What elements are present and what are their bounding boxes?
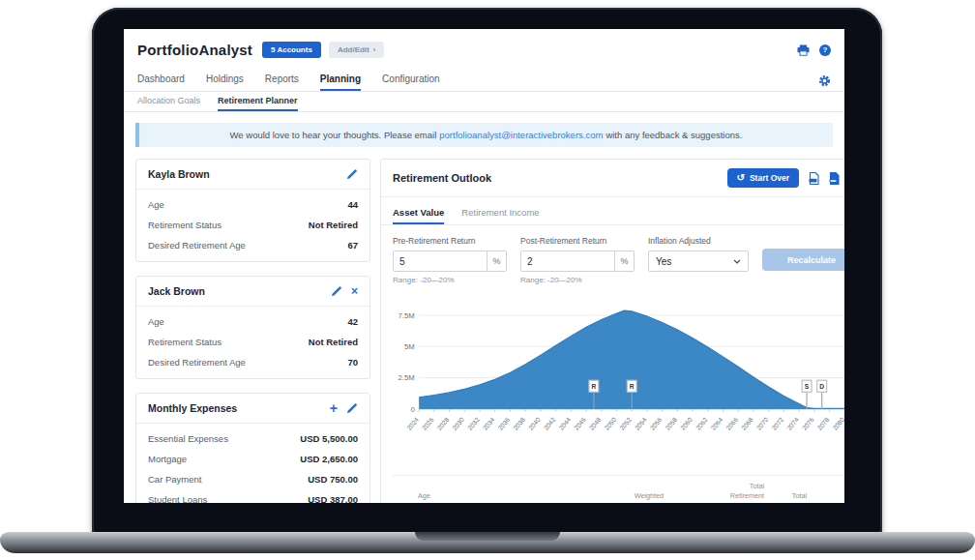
- svg-text:2070: 2070: [755, 416, 770, 431]
- tab-dashboard[interactable]: Dashboard: [137, 74, 185, 91]
- detail-row: Retirement Status Not Retired: [136, 215, 369, 235]
- detail-row: Desired Retirement Age 67: [136, 235, 369, 255]
- tab-asset-value[interactable]: Asset Value: [393, 207, 444, 224]
- assumptions-form: Pre-Retirement Return % Range: -20—20% P…: [381, 225, 844, 288]
- svg-text:2050: 2050: [603, 416, 617, 431]
- svg-text:2024: 2024: [405, 416, 420, 431]
- row-label: Mortgage: [148, 454, 187, 464]
- add-expense-icon[interactable]: +: [330, 403, 338, 413]
- percent-addon: %: [614, 251, 634, 271]
- undo-icon: ↺: [737, 174, 745, 182]
- svg-text:2028: 2028: [436, 416, 451, 431]
- svg-text:2066: 2066: [724, 416, 739, 431]
- app-title: PortfolioAnalyst: [137, 42, 252, 58]
- svg-text:2076: 2076: [801, 416, 815, 431]
- help-icon[interactable]: ?: [819, 44, 831, 56]
- recalculate-button[interactable]: Recalculate: [762, 249, 844, 271]
- tab-allocation-goals[interactable]: Allocation Goals: [137, 96, 200, 111]
- row-label: Desired Retirement Age: [148, 357, 246, 368]
- svg-text:2064: 2064: [709, 416, 724, 431]
- col-surplus-deficit[interactable]: Surplus/Deficit: [812, 501, 844, 503]
- settings-gear-icon[interactable]: [818, 74, 831, 91]
- area-chart-svg[interactable]: 02.5M5M7.5M20242026202820302032203420362…: [387, 296, 844, 443]
- app-window: PortfolioAnalyst 5 Accounts Add/Edit › ?…: [124, 29, 844, 503]
- col-ending-value[interactable]: Ending Value: [669, 501, 712, 503]
- export-csv-icon[interactable]: [829, 172, 840, 185]
- row-value: 42: [347, 316, 358, 327]
- left-column: Kayla Brown Age 44: [135, 159, 370, 503]
- chevron-right-icon: ›: [373, 45, 376, 54]
- col-starting-value[interactable]: Starting Value: [466, 501, 517, 503]
- close-icon[interactable]: ×: [351, 286, 358, 296]
- laptop-screen-bezel: PortfolioAnalyst 5 Accounts Add/Edit › ?…: [92, 8, 882, 534]
- edit-pencil-icon[interactable]: [346, 168, 358, 180]
- outlook-tabs: Asset Value Retirement Income: [381, 197, 844, 225]
- feedback-text-before: We would love to hear your thoughts. Ple…: [230, 130, 437, 140]
- row-value: USD 750.00: [308, 474, 358, 485]
- laptop-notch: [415, 532, 560, 541]
- row-value: Not Retired: [309, 220, 358, 230]
- tab-holdings[interactable]: Holdings: [206, 74, 244, 91]
- row-value: USD 2,650.00: [300, 454, 358, 464]
- expense-row: Car Payment USD 750.00: [136, 469, 369, 489]
- col-contributions[interactable]: Contributions: [522, 501, 569, 503]
- svg-text:2034: 2034: [482, 416, 496, 431]
- print-icon[interactable]: [797, 44, 810, 56]
- row-label: Age: [148, 316, 164, 327]
- secondary-nav: Allocation Goals Retirement Planner: [124, 92, 844, 112]
- post-return-label: Post-Retirement Return: [520, 236, 635, 246]
- start-over-button[interactable]: ↺ Start Over: [727, 168, 800, 188]
- asset-value-chart[interactable]: 02.5M5M7.5M20242026202820302032203420362…: [381, 288, 844, 443]
- inflation-label: Inflation Adjusted: [648, 236, 749, 246]
- chevron-down-icon: [733, 259, 741, 264]
- svg-text:0: 0: [410, 405, 414, 414]
- row-label: Age: [148, 199, 164, 210]
- svg-text:2056: 2056: [649, 416, 664, 431]
- svg-text:2048: 2048: [588, 416, 603, 431]
- row-label: Student Loans: [148, 494, 207, 503]
- pre-return-input[interactable]: [394, 251, 487, 271]
- col-year[interactable]: Year: [393, 501, 412, 503]
- tab-retirement-planner[interactable]: Retirement Planner: [218, 96, 298, 111]
- tab-planning[interactable]: Planning: [320, 74, 361, 91]
- row-value: 70: [347, 357, 358, 368]
- person-card-jack: Jack Brown × Age 42: [135, 276, 370, 379]
- inflation-select[interactable]: Yes: [648, 251, 749, 272]
- svg-text:2052: 2052: [618, 416, 633, 431]
- feedback-email-link[interactable]: portfolioanalyst@interactivebrokers.com: [439, 130, 603, 140]
- edit-pencil-icon[interactable]: [331, 285, 342, 297]
- row-label: Retirement Status: [148, 337, 222, 347]
- svg-text:2032: 2032: [466, 416, 481, 431]
- expense-row: Mortgage USD 2,650.00: [136, 449, 369, 469]
- svg-text:2080: 2080: [831, 416, 844, 431]
- col-weighted-return[interactable]: Weighted Return: [627, 491, 664, 503]
- post-return-input[interactable]: [521, 251, 614, 271]
- svg-text:2074: 2074: [785, 416, 800, 431]
- add-edit-button[interactable]: Add/Edit ›: [329, 42, 385, 58]
- col-distributions[interactable]: Distributions: [575, 501, 621, 503]
- detail-row: Age 42: [136, 311, 369, 332]
- detail-row: Desired Retirement Age 70: [136, 352, 369, 372]
- row-value: USD 5,500.00: [300, 433, 358, 444]
- row-value: USD 387.00: [308, 494, 358, 503]
- svg-text:2062: 2062: [694, 416, 709, 431]
- edit-pencil-icon[interactable]: [346, 402, 358, 414]
- projection-table-header: Year Age (Patty/Jack) Starting Value Con…: [393, 475, 844, 503]
- export-xls-icon[interactable]: [809, 172, 819, 185]
- svg-text:2038: 2038: [512, 416, 526, 431]
- feedback-banner: We would love to hear your thoughts. Ple…: [135, 123, 833, 147]
- tab-retirement-income[interactable]: Retirement Income: [461, 207, 539, 224]
- accounts-badge[interactable]: 5 Accounts: [262, 42, 321, 58]
- svg-text:2036: 2036: [496, 416, 511, 431]
- col-age[interactable]: Age (Patty/Jack): [418, 491, 460, 503]
- row-label: Desired Retirement Age: [148, 240, 246, 251]
- panel-title: Retirement Outlook: [393, 172, 491, 184]
- tab-configuration[interactable]: Configuration: [382, 74, 439, 91]
- person-card-kayla: Kayla Brown Age 44: [135, 159, 370, 262]
- svg-text:D: D: [819, 383, 824, 390]
- tab-reports[interactable]: Reports: [265, 74, 299, 91]
- person-name: Jack Brown: [148, 285, 205, 297]
- col-total-expenses[interactable]: Total Expenses: [770, 491, 807, 503]
- col-total-retirement-income[interactable]: Total Retirement Income: [718, 482, 764, 503]
- svg-text:2040: 2040: [527, 416, 542, 431]
